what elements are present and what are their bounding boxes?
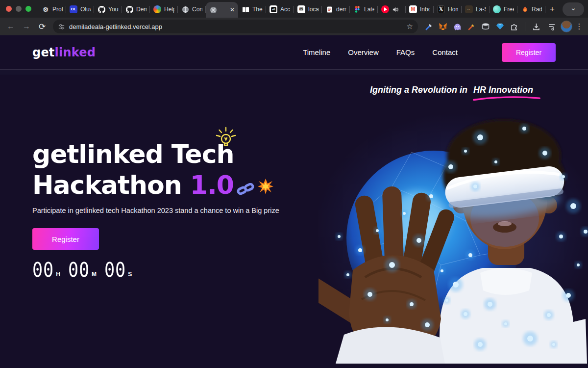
- address-bar[interactable]: demiladeala-getlinked.vercel.app: [53, 20, 418, 33]
- hero-image-vr-man: [318, 108, 588, 364]
- tab-con[interactable]: Con: [178, 1, 206, 18]
- tabs: Prof OL Oluw Your Dem Help Con: [38, 0, 560, 18]
- tab-youtube-music-audio[interactable]: [378, 1, 406, 18]
- extension-icons: [422, 22, 521, 31]
- browser-tab-strip: Prof OL Oluw Your Dem Help Con: [0, 0, 588, 18]
- nav-contact[interactable]: Contact: [432, 48, 458, 56]
- tab-inbox-gmail[interactable]: Inbo: [406, 1, 434, 18]
- globe-icon: [209, 6, 217, 14]
- tab-label: Acc: [280, 6, 290, 13]
- mail-app-icon: [297, 5, 305, 13]
- nav-faqs[interactable]: FAQs: [396, 48, 415, 56]
- reload-icon[interactable]: [35, 20, 49, 33]
- figma-icon: [353, 5, 361, 13]
- github-icon: [98, 5, 105, 13]
- tab-getlinked-active[interactable]: ✕: [206, 2, 238, 18]
- tab-label: Dem: [136, 6, 147, 13]
- getlinked-page: getlinked Timeline Overview FAQs Contact…: [0, 35, 588, 368]
- nav-timeline[interactable]: Timeline: [303, 48, 330, 56]
- new-tab-button[interactable]: [545, 2, 559, 16]
- toolbar-divider: [525, 22, 525, 31]
- url-text[interactable]: demiladeala-getlinked.vercel.app: [69, 23, 403, 30]
- forward-arrow-icon[interactable]: [20, 20, 33, 33]
- tab-label: dem: [336, 6, 346, 13]
- window-controls: [0, 0, 38, 18]
- tab-label: Your: [108, 6, 119, 13]
- color-picker-extension-icon[interactable]: [424, 22, 434, 31]
- countdown-seconds: 00 S: [104, 261, 132, 279]
- hero-title-line1: getlinked Tech: [32, 139, 274, 170]
- zoom-window-button[interactable]: [25, 6, 31, 12]
- speaker-icon[interactable]: [392, 6, 398, 13]
- eyedropper-extension-icon[interactable]: [466, 22, 476, 31]
- hours-unit: H: [56, 271, 60, 278]
- tab-loca[interactable]: loca: [294, 1, 322, 18]
- hours-value: 00: [32, 261, 54, 279]
- downloads-icon[interactable]: [529, 20, 543, 33]
- nav-overview[interactable]: Overview: [348, 48, 379, 56]
- explosion-icon: [257, 171, 274, 202]
- profile-avatar[interactable]: [561, 21, 572, 32]
- tab-label: Free: [504, 6, 514, 13]
- browser-toolbar: demiladeala-getlinked.vercel.app: [0, 18, 588, 35]
- tagline-emphasis: HR Innovation: [473, 85, 533, 95]
- tab-label: Con: [192, 6, 202, 13]
- tab-label: Late: [364, 6, 374, 13]
- book-icon: [242, 5, 249, 13]
- tab-free[interactable]: Free: [490, 1, 517, 18]
- getlinked-logo[interactable]: getlinked: [32, 46, 96, 59]
- tab-profile[interactable]: Prof: [38, 1, 66, 18]
- tab-github-dem[interactable]: Dem: [122, 1, 150, 18]
- countdown-minutes: 00 M: [68, 261, 97, 279]
- tab-la-s[interactable]: La-S: [462, 1, 490, 18]
- tab-dem-doc[interactable]: dem: [322, 1, 350, 18]
- menu-kebab-icon[interactable]: [574, 22, 584, 31]
- logo-get: get: [32, 46, 55, 59]
- tab-label: loca: [308, 6, 318, 13]
- hero-title-line2: Hackathon 1.0: [32, 170, 274, 202]
- tab-label: Prof: [52, 6, 63, 13]
- pink-underline-swoosh: [472, 96, 541, 101]
- teal-app-icon: [493, 5, 501, 13]
- tab-help[interactable]: Help: [150, 1, 178, 18]
- tab-label: Help: [164, 6, 174, 13]
- close-window-button[interactable]: [6, 6, 12, 12]
- media-controls-icon[interactable]: [545, 20, 559, 33]
- title-hackathon: Hackathon: [32, 170, 182, 200]
- hero-register-button[interactable]: Register: [32, 228, 99, 250]
- chain-link-icon: [236, 171, 255, 202]
- tab-label: The: [252, 6, 263, 13]
- back-arrow-icon[interactable]: [4, 20, 18, 33]
- bookmark-star-icon[interactable]: [407, 22, 413, 31]
- tagline-em-text: HR Innovation: [473, 85, 533, 95]
- site-header: getlinked Timeline Overview FAQs Contact…: [0, 35, 588, 70]
- site-info-icon[interactable]: [58, 23, 65, 30]
- countdown-timer: 00 H 00 M 00 S: [32, 261, 132, 279]
- dark-app-icon: [465, 5, 473, 13]
- tab-late-figma[interactable]: Late: [350, 1, 378, 18]
- flame-icon: [521, 5, 529, 13]
- tab-label: Hom: [448, 6, 458, 13]
- phantom-extension-icon[interactable]: [452, 22, 462, 31]
- tab-acc[interactable]: v0 Acc: [266, 1, 294, 18]
- countdown-hours: 00 H: [32, 261, 60, 279]
- tab-label: La-S: [476, 6, 486, 13]
- minimize-window-button[interactable]: [16, 6, 22, 12]
- bucket-extension-icon[interactable]: [481, 22, 490, 31]
- tab-github-your[interactable]: Your: [94, 1, 122, 18]
- tab-the[interactable]: The: [238, 1, 266, 18]
- diamond-extension-icon[interactable]: [495, 22, 505, 31]
- hero-subtitle: Participate in getlinked tech Hackathon …: [32, 207, 307, 214]
- site-nav: Timeline Overview FAQs Contact: [303, 48, 458, 56]
- globe-icon: [181, 5, 189, 13]
- tab-rad[interactable]: Rad: [517, 1, 545, 18]
- hero-title: getlinked Tech Hackathon 1.0: [32, 139, 274, 202]
- close-tab-icon[interactable]: ✕: [230, 6, 235, 13]
- tab-oluw[interactable]: OL Oluw: [66, 1, 94, 18]
- metamask-extension-icon[interactable]: [438, 22, 448, 31]
- github-icon: [125, 5, 133, 13]
- tab-search-chevron-button[interactable]: [563, 2, 584, 16]
- header-register-button[interactable]: Register: [502, 43, 556, 62]
- tab-home-x[interactable]: Hom: [434, 1, 462, 18]
- extensions-puzzle-icon[interactable]: [509, 22, 519, 31]
